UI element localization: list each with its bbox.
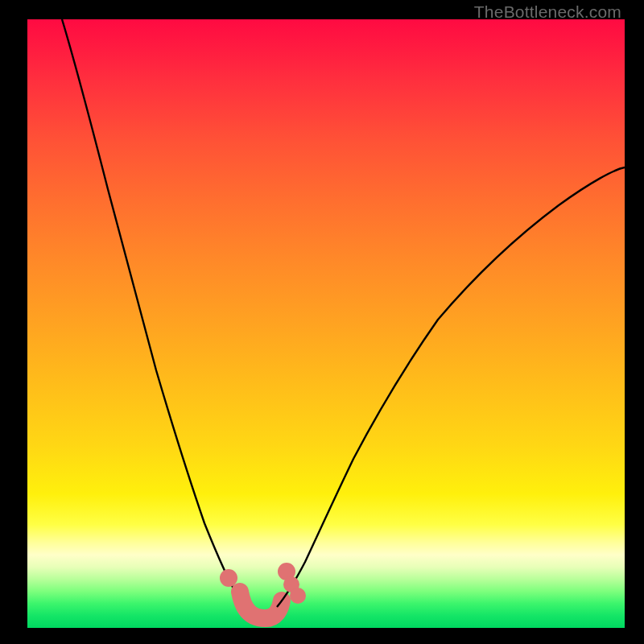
marker-dot: [290, 588, 306, 604]
curve-right-branch: [277, 167, 625, 607]
marker-dot: [220, 569, 237, 587]
curve-layer: [27, 19, 625, 628]
curve-trough-highlight: [240, 592, 282, 618]
plot-area: [27, 19, 625, 628]
curve-left-branch: [62, 19, 246, 608]
